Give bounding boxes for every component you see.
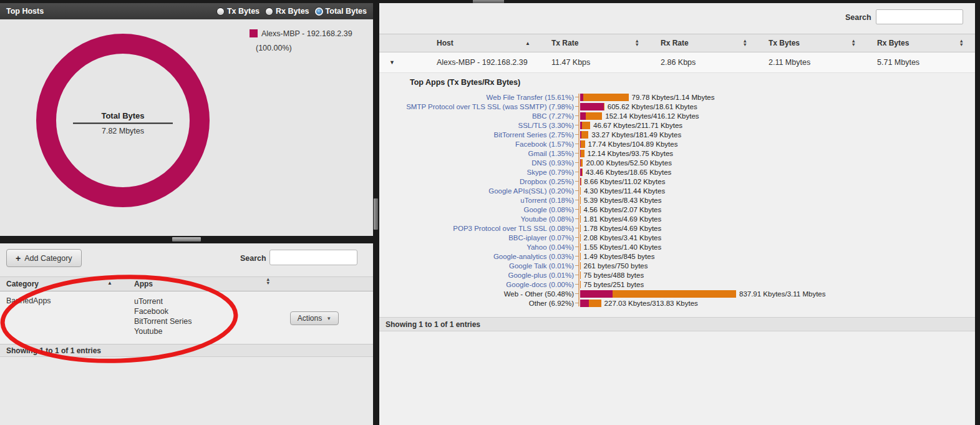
stacked-bar: [580, 140, 585, 148]
rx-bar-segment: [581, 178, 581, 185]
column-header-category[interactable]: Category: [6, 280, 39, 288]
app-bar-row: BBC-iplayer (0.07%)2.08 Kbytes/3.41 Kbyt…: [379, 233, 975, 242]
app-value: 5.39 Kbytes/8.43 Kbytes: [584, 197, 662, 204]
app-value: 605.62 Kbytes/18.61 Kbytes: [608, 103, 697, 110]
radio-tx-bytes[interactable]: Tx Bytes: [216, 7, 260, 16]
column-header-tx-bytes[interactable]: Tx Bytes ▲▼: [754, 39, 862, 47]
donut-chart-area: Total Bytes 7.82 Mbytes Alexs-MBP - 192.…: [0, 19, 373, 236]
categories-table-header: Category ▲ Apps ▲▼: [0, 276, 373, 291]
vertical-scrollbar-thumb[interactable]: [374, 198, 378, 230]
app-label[interactable]: DNS (0.93%): [379, 159, 574, 167]
donut-center-title: Total Bytes: [73, 111, 173, 124]
rx-bytes-cell: 5.71 Mbytes: [862, 58, 975, 67]
app-label[interactable]: Web File Transfer (15.61%): [379, 94, 574, 101]
app-label[interactable]: Dropbox (0.25%): [379, 178, 574, 185]
app-label[interactable]: POP3 Protocol over TLS SSL (0.08%): [379, 225, 574, 232]
host-table-row: ▼ Alexs-MBP - 192.168.2.39 11.47 Kbps 2.…: [379, 52, 975, 73]
tx-bar-segment: [580, 103, 604, 110]
tx-bar-segment: [580, 300, 589, 307]
radio-total-bytes[interactable]: Total Bytes: [315, 7, 367, 16]
actions-button[interactable]: Actions ▼: [290, 311, 339, 325]
axis-tick: [575, 125, 579, 125]
column-header-apps[interactable]: Apps: [134, 280, 153, 288]
axis-tick: [575, 172, 579, 172]
axis-tick: [575, 275, 579, 275]
app-bar-row: Web - Other (50.48%)837.91 Kbytes/3.11 M…: [379, 289, 975, 298]
hosts-search-label: Search: [845, 13, 871, 22]
app-bar-row: Google APIs(SSL) (0.20%)4.30 Kbytes/11.4…: [379, 186, 975, 195]
app-label[interactable]: SSL/TLS (3.30%): [379, 122, 574, 129]
axis-tick: [575, 97, 579, 97]
app-label[interactable]: Skype (0.79%): [379, 169, 574, 176]
app-bar-row: Skype (0.79%)43.46 Kbytes/18.65 Kbytes: [379, 167, 975, 177]
app-value: 1.55 Kbytes/1.40 Kbytes: [584, 243, 662, 251]
stacked-bar: [580, 300, 601, 307]
app-label[interactable]: Youtube (0.08%): [379, 215, 574, 223]
actions-label: Actions: [298, 314, 322, 323]
app-label[interactable]: Google-analytics (0.03%): [379, 253, 574, 260]
axis-tick: [575, 115, 579, 116]
top-apps-chart-title: Top Apps (Tx Bytes/Rx Bytes): [410, 78, 520, 87]
app-label[interactable]: Facebook (1.57%): [379, 140, 574, 148]
app-label[interactable]: Google (0.08%): [379, 206, 574, 213]
radio-circle-icon[interactable]: [315, 7, 323, 16]
radio-circle-icon[interactable]: [265, 7, 273, 16]
sort-ascending-icon[interactable]: ▲: [107, 280, 112, 286]
app-bar-row: Google-plus (0.01%)75 bytes/488 bytes: [379, 270, 975, 280]
metric-radio-group: Tx BytesRx BytesTotal Bytes: [216, 7, 367, 16]
caret-down-icon: ▼: [326, 316, 331, 321]
categories-panel: + Add Category Search Category ▲ Apps ▲▼…: [0, 243, 373, 425]
add-category-button[interactable]: + Add Category: [6, 249, 82, 267]
app-bar-row: Web File Transfer (15.61%)79.78 Kbytes/1…: [379, 92, 975, 102]
column-header-rx-rate[interactable]: Rx Rate ▲▼: [646, 39, 754, 47]
app-bar-row: Google-analytics (0.03%)1.49 Kbytes/845 …: [379, 252, 975, 261]
column-header-rx-bytes[interactable]: Rx Bytes ▲▼: [862, 39, 975, 47]
app-label[interactable]: Google-plus (0.01%): [379, 271, 574, 279]
stacked-bar: [580, 234, 581, 242]
categories-search-input[interactable]: [269, 250, 357, 265]
app-bar-row: SSL/TLS (3.30%)46.67 Kbytes/211.71 Kbyte…: [379, 120, 975, 130]
column-header-tx-rate[interactable]: Tx Rate ▲▼: [536, 39, 646, 47]
tx-bar-segment: [580, 290, 613, 298]
column-header-host[interactable]: Host ▲: [404, 39, 536, 47]
app-label[interactable]: BitTorrent Series (2.75%): [379, 131, 574, 139]
app-value: 1.78 Kbytes/4.69 Kbytes: [584, 225, 662, 232]
axis-tick: [575, 181, 579, 182]
rx-bar-segment: [581, 131, 588, 139]
hosts-table-header: Host ▲ Tx Rate ▲▼ Rx Rate ▲▼ Tx Bytes ▲▼…: [379, 34, 975, 52]
app-label[interactable]: Gmail (1.35%): [379, 150, 574, 157]
hosts-toolbar: Search: [379, 3, 975, 34]
tx-bytes-cell: 2.11 Mbytes: [754, 58, 862, 67]
rx-bar-segment: [581, 159, 583, 167]
stacked-bar: [580, 94, 629, 101]
app-label[interactable]: Google Talk (0.01%): [379, 262, 574, 270]
host-cell[interactable]: Alexs-MBP - 192.168.2.39: [404, 58, 536, 67]
radio-label: Rx Bytes: [276, 7, 309, 16]
app-value: 8.66 Kbytes/11.02 Kbytes: [584, 178, 665, 185]
category-table-row: BannedApps uTorrentFacebookBitTorrent Se…: [0, 291, 373, 344]
collapse-row-icon[interactable]: ▼: [379, 59, 404, 66]
hosts-search-input[interactable]: [876, 9, 963, 24]
rx-bar-segment: [583, 94, 629, 101]
app-label[interactable]: Yahoo (0.04%): [379, 243, 574, 251]
tx-rate-column-label: Tx Rate: [551, 39, 578, 47]
hosts-table-panel: Search Host ▲ Tx Rate ▲▼ Rx Rate ▲▼ Tx B…: [379, 0, 975, 425]
app-label[interactable]: Google APIs(SSL) (0.20%): [379, 187, 574, 195]
app-label[interactable]: Google-docs (0.00%): [379, 281, 574, 288]
sort-both-icon[interactable]: ▲▼: [266, 278, 270, 285]
app-label[interactable]: BBC (7.27%): [379, 112, 574, 120]
app-value: 1.81 Kbytes/4.69 Kbytes: [584, 215, 662, 223]
splitter-drag-handle[interactable]: [172, 237, 201, 242]
radio-rx-bytes[interactable]: Rx Bytes: [265, 7, 309, 16]
app-label[interactable]: BBC-iplayer (0.07%): [379, 234, 574, 242]
app-list-item: Youtube: [134, 326, 192, 336]
hosts-table-footer: Showing 1 to 1 of 1 entries: [379, 317, 975, 331]
categories-search-label: Search: [240, 254, 266, 263]
app-bar-row: Gmail (1.35%)12.14 Kbytes/93.75 Kbytes: [379, 149, 975, 158]
radio-circle-icon[interactable]: [216, 7, 225, 16]
plus-icon: +: [16, 253, 21, 263]
axis-tick: [575, 237, 579, 238]
app-label[interactable]: uTorrent (0.18%): [379, 197, 574, 204]
app-label[interactable]: SMTP Protocol over TLS SSL (was SSMTP) (…: [379, 103, 574, 110]
app-value: 20.00 Kbytes/52.50 Kbytes: [586, 159, 671, 167]
